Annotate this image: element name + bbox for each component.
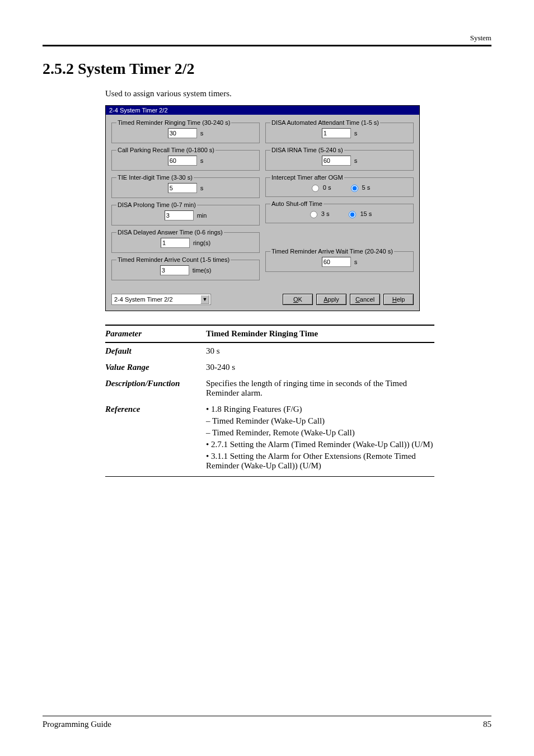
intercept-5s-option[interactable]: 5 s (348, 183, 371, 192)
tie-interdigit-input[interactable] (168, 183, 197, 193)
help-button[interactable]: Help (383, 294, 414, 305)
ref-line: • 1.8 Ringing Features (F/G) (206, 405, 434, 414)
unit-label: s (354, 259, 358, 265)
radio-label: 5 s (362, 184, 371, 191)
disa-delayed-answer-input[interactable] (161, 238, 190, 248)
col-header-parameter: Parameter (105, 329, 206, 339)
group-legend: DISA Automated Attendant Time (1-5 s) (270, 119, 380, 126)
intercept-5s-radio[interactable] (351, 185, 358, 192)
group-tie-interdigit: TIE Inter-digit Time (3-30 s) s (111, 174, 260, 198)
disa-irna-input[interactable] (322, 156, 351, 166)
row-label-default: Default (105, 346, 206, 356)
group-intercept-timer: Intercept Timer after OGM 0 s 5 s (265, 174, 414, 197)
intercept-0s-radio[interactable] (312, 185, 319, 192)
row-label-reference: Reference (105, 405, 206, 414)
ref-line: – Timed Reminder, Remote (Wake-Up Call) (206, 428, 434, 438)
group-legend: DISA Delayed Answer Time (0-6 rings) (116, 229, 224, 236)
row-value-range: 30-240 s (206, 363, 434, 372)
group-legend: Timed Reminder Arrive Wait Time (20-240 … (270, 248, 394, 255)
unit-label: time(s) (193, 267, 212, 274)
col-header-value: Timed Reminder Ringing Time (206, 329, 434, 339)
group-disa-prolong: DISA Prolong Time (0-7 min) min (111, 201, 260, 226)
group-reminder-arrive-wait: Timed Reminder Arrive Wait Time (20-240 … (265, 248, 414, 272)
group-call-parking-recall: Call Parking Recall Time (0-1800 s) s (111, 147, 260, 171)
radio-label: 0 s (323, 184, 331, 191)
rule (105, 476, 434, 477)
reminder-arrive-count-input[interactable] (160, 265, 189, 275)
header-rule (43, 45, 491, 46)
radio-label: 3 s (321, 210, 330, 217)
group-legend: Timed Reminder Arrive Count (1-5 times) (116, 256, 231, 263)
disa-auto-attendant-input[interactable] (322, 128, 351, 138)
ref-line: • 2.7.1 Setting the Alarm (Timed Reminde… (206, 440, 434, 449)
row-label-range: Value Range (105, 363, 206, 372)
system-timer-dialog: 2-4 System Timer 2/2 Timed Reminder Ring… (105, 105, 420, 311)
footer-left: Programming Guide (43, 720, 111, 729)
ref-line: – Timed Reminder (Wake-Up Call) (206, 416, 434, 426)
shutoff-15s-radio[interactable] (349, 211, 356, 218)
group-reminder-ringing-time: Timed Reminder Ringing Time (30-240 s) s (111, 119, 260, 143)
shutoff-3s-option[interactable]: 3 s (307, 209, 330, 218)
ok-button[interactable]: OK (283, 294, 313, 305)
row-value-default: 30 s (206, 346, 434, 356)
ok-rest: K (298, 296, 302, 303)
parameter-table: Parameter Timed Reminder Ringing Time De… (105, 325, 434, 477)
group-legend: Auto Shut-off Time (270, 200, 324, 207)
group-disa-irna: DISA IRNA Time (5-240 s) s (265, 147, 414, 171)
group-auto-shutoff: Auto Shut-off Time 3 s 15 s (265, 200, 414, 223)
apply-button[interactable]: Apply (316, 294, 346, 305)
help-rest: elp (397, 296, 405, 303)
group-legend: DISA Prolong Time (0-7 min) (116, 201, 197, 208)
apply-rest: pply (328, 296, 339, 303)
row-value-description: Specifies the length of ringing time in … (206, 379, 434, 398)
reminder-ringing-time-input[interactable] (168, 128, 197, 138)
group-legend: TIE Inter-digit Time (3-30 s) (116, 174, 194, 181)
dialog-titlebar: 2-4 System Timer 2/2 (106, 106, 419, 115)
group-reminder-arrive-count: Timed Reminder Arrive Count (1-5 times) … (111, 256, 260, 280)
combo-value: 2-4 System Timer 2/2 (114, 296, 173, 303)
disa-prolong-input[interactable] (165, 210, 194, 220)
group-legend: Timed Reminder Ringing Time (30-240 s) (116, 119, 231, 126)
cancel-button[interactable]: Cancel (350, 294, 380, 305)
unit-label: ring(s) (193, 240, 210, 246)
page-selector-combo[interactable]: 2-4 System Timer 2/2 ▼ (111, 294, 211, 305)
page-section-header: System (43, 34, 491, 43)
intercept-0s-option[interactable]: 0 s (309, 183, 331, 192)
footer-rule (43, 716, 491, 716)
unit-label: s (200, 157, 204, 164)
shutoff-15s-option[interactable]: 15 s (346, 209, 372, 218)
group-legend: Call Parking Recall Time (0-1800 s) (116, 147, 216, 153)
unit-label: s (354, 130, 358, 137)
ref-line: • 3.1.1 Setting the Alarm for Other Exte… (206, 452, 434, 471)
group-legend: Intercept Timer after OGM (270, 174, 344, 181)
cancel-accel: C (355, 296, 360, 303)
unit-label: s (354, 157, 358, 164)
group-disa-auto-attendant: DISA Automated Attendant Time (1-5 s) s (265, 119, 414, 143)
apply-accel: A (324, 296, 327, 303)
page-title: 2.5.2 System Timer 2/2 (43, 60, 491, 78)
group-legend: DISA IRNA Time (5-240 s) (270, 147, 344, 153)
row-label-description: Description/Function (105, 379, 206, 388)
radio-label: 15 s (360, 210, 372, 217)
footer-page-number: 85 (483, 720, 491, 729)
call-parking-recall-input[interactable] (168, 156, 197, 166)
group-disa-delayed-answer: DISA Delayed Answer Time (0-6 rings) rin… (111, 229, 260, 253)
unit-label: min (197, 212, 207, 219)
ok-accel: O (293, 296, 298, 303)
page-footer: Programming Guide 85 (43, 716, 491, 729)
intro-text: Used to assign various system timers. (105, 89, 491, 98)
reminder-arrive-wait-input[interactable] (322, 257, 351, 267)
cancel-rest: ancel (360, 296, 374, 303)
row-value-reference: • 1.8 Ringing Features (F/G) – Timed Rem… (206, 405, 434, 473)
chevron-down-icon: ▼ (200, 295, 209, 304)
unit-label: s (200, 130, 204, 137)
shutoff-3s-radio[interactable] (310, 211, 317, 218)
unit-label: s (200, 185, 204, 191)
help-accel: H (392, 296, 397, 303)
